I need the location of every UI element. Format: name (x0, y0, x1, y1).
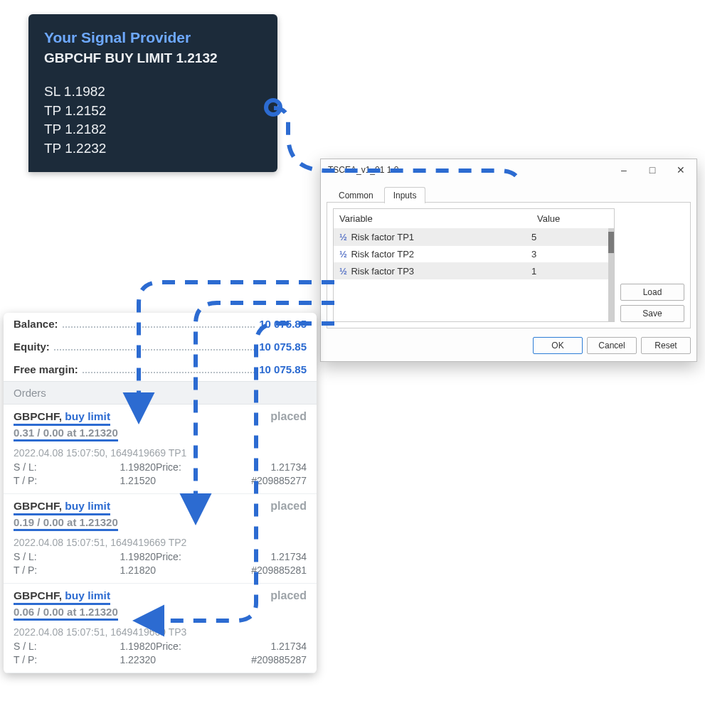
table-row[interactable]: ½ Risk factor TP2 3 (334, 245, 608, 262)
signal-tp2-line: TP 1.2182 (44, 120, 262, 139)
fraction-icon: ½ (339, 249, 349, 259)
order-sl-label: S / L: (14, 461, 63, 473)
balance-label: Balance: (14, 318, 58, 330)
orders-section-header: Orders (4, 381, 317, 405)
order-price-value: 1.21734 (206, 551, 307, 562)
dots-filler (63, 326, 255, 328)
save-button[interactable]: Save (620, 305, 684, 322)
order-tp-value: 1.21520 (63, 475, 156, 486)
order-status: placed (270, 589, 307, 602)
signal-provider-name: Your Signal Provider (44, 27, 262, 48)
inputs-tab-panel: Variable Value ½ Risk factor TP1 5 ½ Ris… (327, 202, 691, 328)
order-sl-label: S / L: (14, 551, 63, 562)
free-margin-label: Free margin: (14, 363, 78, 375)
ea-settings-dialog: TSCEA_v1_01 1.0 – □ ✕ Common Inputs Vari… (320, 159, 697, 362)
table-row[interactable]: ½ Risk factor TP3 1 (334, 262, 608, 279)
order-symbol: GBPCHF, (14, 410, 62, 422)
order-lots-price: 0.06 / 0.00 at 1.21320 (14, 606, 118, 621)
order-id: #209885277 (206, 475, 307, 486)
variable-value[interactable]: 5 (531, 232, 603, 242)
variable-name: Risk factor TP3 (351, 266, 414, 277)
ok-button[interactable]: OK (533, 337, 583, 354)
load-button[interactable]: Load (620, 284, 684, 301)
order-status: placed (270, 410, 307, 423)
cancel-button[interactable]: Cancel (587, 337, 637, 354)
order-meta: 2022.04.08 15:07:51, 1649419669 TP2 (14, 531, 307, 548)
balance-value: 10 075.85 (259, 318, 307, 330)
tab-inputs[interactable]: Inputs (384, 187, 426, 203)
dots-filler (83, 372, 255, 373)
order-sl-value: 1.19820 (63, 551, 156, 562)
order-price-label: Price: (156, 551, 206, 562)
signal-tp1-line: TP 1.2152 (44, 102, 262, 121)
column-header-value[interactable]: Value (537, 213, 608, 224)
equity-value: 10 075.85 (259, 341, 307, 353)
order-id: #209885287 (206, 654, 307, 665)
signal-headline: GBPCHF BUY LIMIT 1.2132 (44, 49, 262, 68)
order-lots-price: 0.19 / 0.00 at 1.21320 (14, 516, 118, 531)
variables-scroll-area[interactable]: ½ Risk factor TP1 5 ½ Risk factor TP2 3 … (334, 228, 614, 321)
order-meta: 2022.04.08 15:07:50, 1649419669 TP1 (14, 441, 307, 459)
minimize-icon[interactable]: – (610, 160, 638, 180)
column-header-variable[interactable]: Variable (339, 213, 537, 224)
order-tp-label: T / P: (14, 564, 63, 576)
order-tp-label: T / P: (14, 654, 63, 665)
order-id: #209885281 (206, 564, 307, 576)
order-tp-label: T / P: (14, 475, 63, 486)
tab-common[interactable]: Common (329, 187, 383, 203)
order-sl-label: S / L: (14, 641, 63, 652)
order-type: buy limit (65, 589, 110, 601)
order-symbol: GBPCHF, (14, 589, 62, 601)
order-type: buy limit (65, 500, 110, 512)
order-price-value: 1.21734 (206, 461, 307, 473)
order-status: placed (270, 500, 307, 513)
table-row[interactable]: ½ Risk factor TP1 5 (334, 228, 608, 245)
variable-name: Risk factor TP1 (351, 232, 414, 242)
variable-value[interactable]: 1 (531, 266, 603, 277)
dots-filler (54, 349, 255, 350)
free-margin-row: Free margin: 10 075.85 (4, 358, 317, 381)
maximize-icon[interactable]: □ (638, 160, 667, 180)
balance-row: Balance: 10 075.85 (4, 313, 317, 336)
order-item[interactable]: GBPCHF, buy limit placed 0.31 / 0.00 at … (4, 405, 317, 494)
dialog-title: TSCEA_v1_01 1.0 (328, 165, 610, 175)
order-symbol: GBPCHF, (14, 500, 62, 512)
fraction-icon: ½ (339, 232, 349, 242)
account-orders-panel: Balance: 10 075.85 Equity: 10 075.85 Fre… (4, 313, 317, 673)
order-price-value: 1.21734 (206, 641, 307, 652)
variable-name: Risk factor TP2 (351, 249, 414, 259)
dialog-titlebar[interactable]: TSCEA_v1_01 1.0 – □ ✕ (321, 159, 696, 181)
free-margin-value: 10 075.85 (259, 363, 307, 375)
order-sl-value: 1.19820 (63, 641, 156, 652)
equity-row: Equity: 10 075.85 (4, 336, 317, 358)
signal-message-bubble: Your Signal Provider GBPCHF BUY LIMIT 1.… (28, 14, 277, 172)
signal-sl-line: SL 1.1982 (44, 82, 262, 102)
order-item[interactable]: GBPCHF, buy limit placed 0.06 / 0.00 at … (4, 584, 317, 673)
order-meta: 2022.04.08 15:07:51, 1649419669 TP3 (14, 621, 307, 638)
signal-tp3-line: TP 1.2232 (44, 139, 262, 159)
reset-button[interactable]: Reset (641, 337, 691, 354)
order-item[interactable]: GBPCHF, buy limit placed 0.19 / 0.00 at … (4, 494, 317, 584)
order-tp-value: 1.21820 (63, 564, 156, 576)
close-icon[interactable]: ✕ (667, 160, 695, 180)
order-price-label: Price: (156, 461, 206, 473)
variable-value[interactable]: 3 (531, 249, 603, 259)
order-sl-value: 1.19820 (63, 461, 156, 473)
variables-table[interactable]: Variable Value ½ Risk factor TP1 5 ½ Ris… (333, 208, 615, 322)
order-price-label: Price: (156, 641, 206, 652)
fraction-icon: ½ (339, 266, 349, 277)
order-tp-value: 1.22320 (63, 654, 156, 665)
equity-label: Equity: (14, 341, 50, 353)
order-type: buy limit (65, 410, 110, 422)
order-lots-price: 0.31 / 0.00 at 1.21320 (14, 427, 118, 441)
